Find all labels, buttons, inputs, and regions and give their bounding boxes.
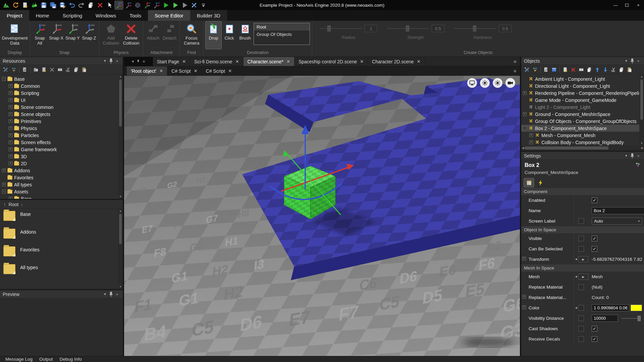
document-tab[interactable]: Start Page ✕ <box>153 57 190 66</box>
toolbar-icon[interactable] <box>559 67 560 73</box>
expander-icon[interactable]: + <box>9 126 12 130</box>
slider-thumb[interactable] <box>327 25 331 32</box>
tab-list-icon[interactable]: ≡ <box>510 66 520 75</box>
document-tab[interactable]: Spaceship control 2D.scene ✕ <box>294 57 368 66</box>
resource-tree-item[interactable]: + Particles <box>0 132 123 139</box>
slider-value[interactable]: 0.5 <box>432 25 444 32</box>
expander-icon[interactable]: + <box>529 140 533 144</box>
expander-icon[interactable]: + <box>9 112 12 116</box>
tab-close-icon[interactable]: ✕ <box>228 68 232 73</box>
quick-access-icon[interactable] <box>171 1 179 9</box>
breadcrumb-root[interactable]: Root <box>9 202 19 207</box>
expander-icon[interactable]: + <box>2 183 6 186</box>
default-value-box[interactable] <box>578 336 584 342</box>
expander-icon[interactable]: + <box>9 155 12 158</box>
default-value-box[interactable] <box>578 246 584 252</box>
folder-list-scrollbar[interactable]: ▲▼ <box>118 209 123 289</box>
resources-scrollbar[interactable]: ▲▼ <box>118 74 123 199</box>
toolbar-icon[interactable] <box>570 66 577 73</box>
object-tree-item[interactable]: − Box 2 - Component_MeshInSpace <box>521 125 644 132</box>
screen-label-select[interactable]: Auto▾ <box>592 218 642 225</box>
ribbon-button[interactable]: Drop <box>206 21 221 49</box>
objects-hscrollbar[interactable]: ◀▶ <box>521 145 644 150</box>
ribbon-tab[interactable]: Windows <box>89 10 123 21</box>
close-icon[interactable]: × <box>635 59 641 63</box>
resource-tree-item[interactable]: + Scene objects <box>0 111 123 118</box>
quick-access-icon[interactable] <box>115 1 123 9</box>
expander-icon[interactable]: + <box>522 295 526 299</box>
tab-list-icon[interactable]: ≡ <box>510 57 520 66</box>
expander-icon[interactable]: + <box>9 147 12 151</box>
toolbar-icon[interactable] <box>550 66 558 73</box>
object-tree-item[interactable]: Ambient Light - Component_Light <box>521 75 644 82</box>
quick-access-icon[interactable] <box>133 1 142 9</box>
default-value-box[interactable] <box>578 218 584 224</box>
ribbon-button[interactable]: Click <box>221 21 237 49</box>
ribbon-button[interactable]: Attach <box>145 21 161 49</box>
panel-menu-icon[interactable]: ▾ <box>623 154 629 158</box>
expander-icon[interactable]: + <box>523 112 527 116</box>
object-tree-item[interactable]: + Ground - Component_MeshInSpace <box>521 111 644 118</box>
maximize-button[interactable] <box>621 0 633 10</box>
toolbar-icon[interactable] <box>21 66 29 73</box>
ribbon-button[interactable]: Brush <box>237 21 253 49</box>
tab-close-icon[interactable]: ✕ <box>235 59 239 64</box>
pin-icon[interactable] <box>108 58 114 64</box>
quick-access-icon[interactable] <box>40 1 48 9</box>
default-value-box[interactable] <box>578 315 584 321</box>
tab-close-icon[interactable]: ✕ <box>182 59 186 64</box>
toolbar-icon[interactable] <box>602 66 609 73</box>
sub-document-tab[interactable]: C# Script ✕ <box>167 66 202 75</box>
quick-access-icon[interactable] <box>124 1 132 9</box>
slider-thumb[interactable] <box>406 25 409 32</box>
name-input[interactable] <box>592 207 644 214</box>
tab-close-icon[interactable]: ✕ <box>417 59 421 64</box>
slider-thumb[interactable] <box>473 25 476 32</box>
destination-item[interactable]: Group Of Objects <box>254 31 310 38</box>
resource-tree-item[interactable]: + Base <box>0 195 123 199</box>
viewport-overlay-button[interactable] <box>493 78 502 88</box>
resource-tree-item[interactable]: + 3D <box>0 153 123 160</box>
quick-access-icon[interactable] <box>180 1 189 9</box>
resource-tree-item[interactable]: + UI <box>0 97 123 104</box>
sub-document-tab[interactable]: 'Root object' ✕ <box>127 66 167 75</box>
quick-access-icon[interactable] <box>11 1 20 9</box>
slider-track[interactable] <box>454 28 496 29</box>
default-value-box[interactable] <box>578 305 584 311</box>
visibility-distance-slider[interactable] <box>621 318 641 319</box>
resource-tree-item[interactable]: + Scripting <box>0 89 123 97</box>
resource-tree-item[interactable]: + 2D <box>0 160 123 167</box>
up-arrow-icon[interactable]: ↑ <box>3 201 6 207</box>
quick-access-icon[interactable] <box>77 1 86 9</box>
expander-icon[interactable]: + <box>2 169 6 172</box>
receive-decals-checkbox[interactable]: ✓ <box>592 336 597 342</box>
status-bar-item[interactable]: Message Log <box>3 357 35 362</box>
pin-icon[interactable] <box>137 59 140 64</box>
resource-tree-item[interactable]: + Physics <box>0 125 123 132</box>
object-tree-item[interactable]: Group Of Objects - Component_GroupOfObje… <box>521 118 644 125</box>
tab-close-icon[interactable]: ✕ <box>159 68 163 73</box>
resource-tree-item[interactable]: + Screen effects <box>0 139 123 146</box>
quick-access-icon[interactable] <box>199 1 208 9</box>
transform-value[interactable]: -5.68287627004316 7.82 <box>592 257 642 262</box>
quick-access-icon[interactable] <box>2 1 10 9</box>
folder-list-item[interactable]: All types <box>3 264 123 282</box>
quick-access-icon[interactable] <box>58 1 67 9</box>
toolbar-icon[interactable] <box>561 66 569 73</box>
toolbar-icon[interactable] <box>56 66 64 73</box>
panel-menu-icon[interactable]: ▾ <box>132 59 134 64</box>
pin-icon[interactable] <box>629 153 635 159</box>
quick-access-icon[interactable] <box>49 1 57 9</box>
toolbar-icon[interactable] <box>32 66 40 73</box>
sub-document-tab[interactable]: C# Script ✕ <box>202 66 236 75</box>
quick-access-icon[interactable] <box>68 1 76 9</box>
panel-menu-icon[interactable]: ▾ <box>102 59 108 63</box>
mesh-value[interactable]: Mesh <box>592 274 603 279</box>
slider-track[interactable] <box>387 28 429 29</box>
quick-access-icon[interactable] <box>105 1 114 9</box>
ribbon-button[interactable]: Snap X <box>48 21 64 49</box>
expander-icon[interactable]: − <box>2 77 6 81</box>
toolbar-icon[interactable] <box>40 66 48 73</box>
object-tree-item[interactable]: Directional Light - Component_Light <box>521 82 644 89</box>
expander-icon[interactable]: + <box>529 133 533 137</box>
